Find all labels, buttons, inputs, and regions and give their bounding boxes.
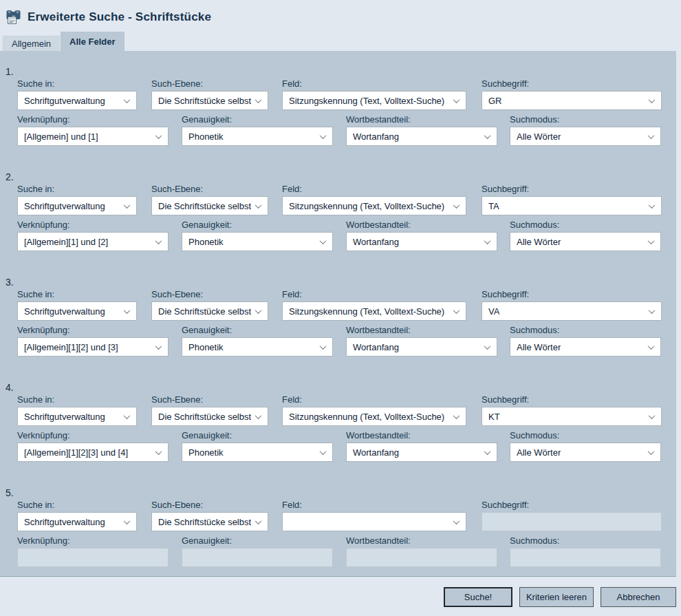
select-value: Wortanfang [353, 131, 399, 142]
section5-genauigkeit-select-disabled [182, 548, 333, 567]
section1-suchbegriff-select[interactable]: GR [482, 91, 662, 110]
section5-verknuepfung-select-disabled [17, 548, 169, 567]
field-group-suchbegriff: Suchbegriff: [482, 500, 662, 531]
select-value: VA [488, 306, 499, 317]
tab-alle-felder[interactable]: Alle Felder [61, 32, 124, 51]
chevron-down-icon [648, 448, 655, 455]
select-value: Phonetik [188, 131, 224, 142]
select-value: Alle Wörter [517, 447, 561, 458]
section1-verknuepfung-select[interactable]: [Allgemein] und [1] [17, 127, 169, 146]
chevron-down-icon [484, 448, 491, 455]
field-group-wortbestandteil: Wortbestandteil: Wortanfang [346, 114, 497, 146]
section3-verknuepfung-select[interactable]: [Allgemein][1][2] und [3] [17, 337, 169, 357]
wortbestandteil-label: Wortbestandteil: [346, 114, 497, 125]
select-value: [Allgemein] und [1] [24, 131, 98, 142]
select-value: Die Schriftstücke selbst [158, 517, 251, 527]
field-group-suchbegriff: Suchbegriff: VA [482, 289, 662, 321]
section1-genauigkeit-select[interactable]: Phonetik [182, 127, 333, 146]
suche-in-label: Suche in: [17, 78, 137, 89]
section2-wortbestandteil-select[interactable]: Wortanfang [346, 232, 497, 251]
field-group-suche-in: Suche in: Schriftgutverwaltung [17, 184, 137, 215]
section2-suche-in-select[interactable]: Schriftgutverwaltung [17, 196, 137, 215]
chevron-down-icon [320, 343, 327, 350]
tab-allgemein[interactable]: Allgemein [2, 35, 61, 51]
section3-suchmodus-select[interactable]: Alle Wörter [510, 337, 661, 357]
abbrechen-button[interactable]: Abbrechen [601, 587, 676, 607]
section2-verknuepfung-select[interactable]: [Allgemein][1] und [2] [17, 232, 169, 251]
section2-suchmodus-select[interactable]: Alle Wörter [510, 232, 661, 251]
section4-suchbegriff-select[interactable]: KT [482, 407, 662, 426]
section2-genauigkeit-select[interactable]: Phonetik [182, 232, 333, 251]
suche-button[interactable]: Suche! [444, 587, 512, 607]
section4-such-ebene-select[interactable]: Die Schriftstücke selbst [151, 407, 268, 426]
field-group-suche-in: Suche in: Schriftgutverwaltung [17, 394, 137, 426]
section2-feld-select[interactable]: Sitzungskennung (Text, Volltext-Suche) [282, 196, 466, 215]
verknuepfung-label: Verknüpfung: [17, 325, 169, 335]
genauigkeit-label: Genauigkeit: [182, 114, 333, 125]
suchmodus-label: Suchmodus: [510, 430, 661, 440]
dialog-header: Erweiterte Suche - Schriftstücke [0, 0, 681, 32]
section3-genauigkeit-select[interactable]: Phonetik [182, 337, 333, 357]
field-group-verknuepfung: Verknüpfung: [Allgemein][1] und [2] [17, 220, 169, 251]
chevron-down-icon [453, 202, 460, 209]
chevron-down-icon [155, 237, 162, 244]
section3-suche-in-select[interactable]: Schriftgutverwaltung [17, 301, 137, 321]
section2-suchbegriff-select[interactable]: TA [482, 196, 662, 215]
select-value: Die Schriftstücke selbst [158, 201, 251, 211]
section4-verknuepfung-select[interactable]: [Allgemein][1][2][3] und [4] [17, 443, 169, 462]
section4-row1: Suche in: Schriftgutverwaltung Such-Eben… [0, 394, 676, 426]
select-value: Phonetik [188, 237, 224, 247]
section4-suchmodus-select[interactable]: Alle Wörter [510, 443, 661, 462]
chevron-down-icon [155, 343, 162, 350]
such-ebene-label: Such-Ebene: [151, 394, 268, 405]
section5-row2: Verknüpfung: Genauigkeit: Wortbestandtei… [0, 535, 676, 567]
section5-such-ebene-select[interactable]: Die Schriftstücke selbst [151, 512, 268, 531]
section1-such-ebene-select[interactable]: Die Schriftstücke selbst [151, 91, 268, 110]
verknuepfung-label: Verknüpfung: [17, 220, 169, 230]
section-number: 1. [0, 66, 676, 78]
section-number: 5. [0, 487, 676, 500]
kriterien-leeren-button[interactable]: Kriterien leeren [519, 587, 594, 607]
chevron-down-icon [255, 307, 262, 314]
section5-suche-in-select[interactable]: Schriftgutverwaltung [17, 512, 137, 531]
section3-wortbestandteil-select[interactable]: Wortanfang [346, 337, 497, 357]
section3-such-ebene-select[interactable]: Die Schriftstücke selbst [151, 301, 268, 321]
select-value: Alle Wörter [517, 131, 561, 142]
select-value: Schriftgutverwaltung [24, 96, 105, 106]
field-group-verknuepfung: Verknüpfung: [Allgemein][1][2] und [3] [17, 325, 169, 357]
field-group-genauigkeit: Genauigkeit: Phonetik [182, 114, 333, 146]
field-group-suche-in: Suche in: Schriftgutverwaltung [17, 78, 137, 110]
field-group-wortbestandteil: Wortbestandteil: Wortanfang [346, 430, 497, 462]
such-ebene-label: Such-Ebene: [151, 184, 268, 194]
field-group-feld: Feld: Sitzungskennung (Text, Volltext-Su… [282, 78, 466, 110]
section5-feld-select[interactable] [282, 512, 466, 531]
section4-suche-in-select[interactable]: Schriftgutverwaltung [17, 407, 137, 426]
chevron-down-icon [255, 518, 262, 524]
chevron-down-icon [155, 448, 162, 455]
criteria-section-5: 5. Suche in: Schriftgutverwaltung Such-E… [0, 487, 676, 567]
chevron-down-icon [124, 412, 131, 419]
suchbegriff-label: Suchbegriff: [482, 184, 662, 194]
section3-feld-select[interactable]: Sitzungskennung (Text, Volltext-Suche) [282, 301, 466, 321]
section4-wortbestandteil-select[interactable]: Wortanfang [346, 443, 497, 462]
section1-suche-in-select[interactable]: Schriftgutverwaltung [17, 91, 137, 110]
suchbegriff-label: Suchbegriff: [482, 500, 662, 510]
criteria-section-2: 2. Suche in: Schriftgutverwaltung Such-E… [0, 171, 676, 251]
section2-such-ebene-select[interactable]: Die Schriftstücke selbst [151, 196, 268, 215]
criteria-section-4: 4. Suche in: Schriftgutverwaltung Such-E… [0, 382, 676, 462]
field-group-such-ebene: Such-Ebene: Die Schriftstücke selbst [151, 289, 268, 321]
chevron-down-icon [453, 96, 460, 103]
field-group-suche-in: Suche in: Schriftgutverwaltung [17, 500, 137, 531]
criteria-section-3: 3. Suche in: Schriftgutverwaltung Such-E… [0, 277, 676, 357]
section1-suchmodus-select[interactable]: Alle Wörter [510, 127, 661, 146]
section1-wortbestandteil-select[interactable]: Wortanfang [346, 127, 497, 146]
such-ebene-label: Such-Ebene: [151, 78, 268, 89]
section4-feld-select[interactable]: Sitzungskennung (Text, Volltext-Suche) [282, 407, 466, 426]
select-value: Sitzungskennung (Text, Volltext-Suche) [289, 96, 444, 106]
section3-suchbegriff-select[interactable]: VA [482, 301, 662, 321]
suche-in-label: Suche in: [17, 394, 137, 405]
chevron-down-icon [648, 237, 655, 244]
select-value: Alle Wörter [517, 342, 561, 352]
section4-genauigkeit-select[interactable]: Phonetik [182, 443, 333, 462]
section1-feld-select[interactable]: Sitzungskennung (Text, Volltext-Suche) [282, 91, 466, 110]
